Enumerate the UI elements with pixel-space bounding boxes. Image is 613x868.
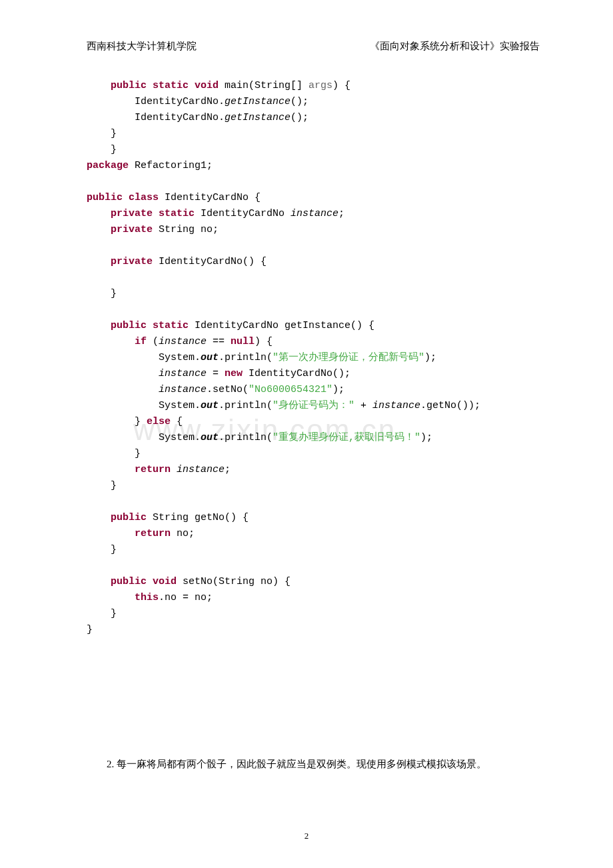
header-right: 《面向对象系统分析和设计》实验报告 xyxy=(370,40,540,53)
question-text: 2. 每一麻将局都有两个骰子，因此骰子就应当是双例类。现使用多例模式模拟该场景。 xyxy=(87,758,540,771)
header-left: 西南科技大学计算机学院 xyxy=(87,40,197,53)
code-block: public static void main(String[] args) {… xyxy=(87,78,540,638)
page-container: 西南科技大学计算机学院 《面向对象系统分析和设计》实验报告 public sta… xyxy=(0,0,613,797)
page-number: 2 xyxy=(305,831,309,841)
page-header: 西南科技大学计算机学院 《面向对象系统分析和设计》实验报告 xyxy=(87,40,540,53)
